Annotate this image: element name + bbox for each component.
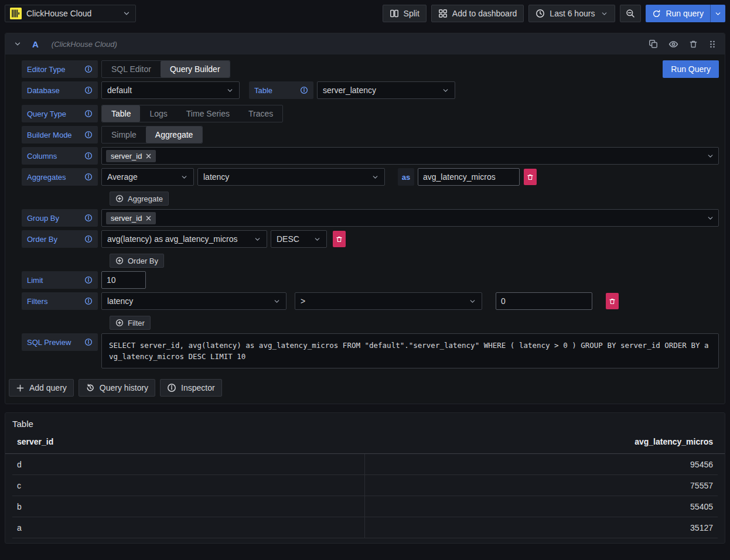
query-builder-option[interactable]: Query Builder (161, 61, 230, 77)
editor-type-row: Editor Type SQL Editor Query Builder Run… (22, 60, 719, 78)
database-select[interactable]: default (101, 81, 240, 99)
builder-mode-toggle: Simple Aggregate (101, 126, 203, 144)
query-ref-id[interactable]: A (32, 39, 39, 49)
run-query-split-button: Run query (646, 5, 725, 22)
info-icon[interactable] (300, 86, 308, 94)
panel-title: Table (5, 418, 725, 429)
datasource-picker[interactable]: ClickHouse Cloud (5, 5, 136, 22)
aggregate-function-select[interactable]: Average (101, 168, 194, 186)
table-header-row: server_id avg_latency_micros (5, 437, 725, 454)
info-icon[interactable] (84, 214, 93, 222)
query-type-table[interactable]: Table (102, 105, 140, 122)
clickhouse-logo-icon (10, 8, 22, 19)
database-label: Database (22, 81, 98, 99)
chevron-down-icon (221, 87, 234, 94)
query-row-header[interactable]: A (ClickHouse Cloud) (5, 33, 725, 54)
query-history-button[interactable]: Query history (79, 379, 155, 397)
run-query-options-button[interactable] (710, 5, 725, 22)
filter-operator-select[interactable]: > (295, 292, 482, 310)
results-table: server_id avg_latency_micros d 95456 c 7… (5, 437, 725, 538)
add-aggregate-button[interactable]: Aggregate (110, 192, 169, 206)
columns-row: Columns server_id (22, 147, 719, 165)
add-to-dashboard-button[interactable]: Add to dashboard (431, 5, 524, 22)
group-by-multiselect[interactable]: server_id (101, 209, 719, 227)
duplicate-query-icon[interactable] (649, 39, 658, 49)
query-type-traces[interactable]: Traces (239, 105, 282, 122)
table-row: c 75557 (12, 475, 718, 496)
columns-multiselect[interactable]: server_id (101, 147, 719, 165)
builder-mode-row: Builder Mode Simple Aggregate (22, 126, 719, 144)
remove-aggregate-button[interactable] (524, 169, 537, 185)
table-visualization-panel: Table server_id avg_latency_micros d 954… (5, 412, 725, 544)
filters-label: Filters (22, 292, 98, 310)
chevron-down-icon (268, 298, 281, 305)
column-header-server-id[interactable]: server_id (12, 437, 365, 453)
add-filter-button[interactable]: Filter (110, 316, 151, 330)
group-by-row: Group By server_id (22, 209, 719, 227)
chevron-down-icon (437, 87, 449, 94)
editor-type-label: Editor Type (22, 60, 98, 78)
order-by-field-select[interactable]: avg(latency) as avg_latency_micros (101, 230, 267, 248)
add-order-by-button[interactable]: Order By (110, 254, 164, 268)
sql-editor-option[interactable]: SQL Editor (102, 61, 161, 77)
remove-tag-icon[interactable] (146, 153, 151, 159)
aggregate-alias-input[interactable] (418, 168, 520, 186)
limit-input[interactable] (101, 271, 146, 289)
remove-order-by-button[interactable] (333, 231, 346, 247)
sql-preview-row: SQL Preview SELECT server_id, avg(latenc… (22, 333, 719, 368)
info-icon[interactable] (84, 297, 93, 305)
chevron-down-icon (714, 10, 722, 18)
limit-row: Limit (22, 271, 719, 289)
chevron-down-icon (707, 152, 714, 160)
split-button[interactable]: Split (383, 5, 427, 22)
editor-type-toggle: SQL Editor Query Builder (101, 60, 230, 78)
search-minus-icon (626, 9, 635, 18)
run-query-button[interactable]: Run query (646, 5, 710, 22)
sync-icon (652, 9, 661, 18)
info-icon[interactable] (84, 152, 93, 160)
query-type-time-series[interactable]: Time Series (177, 105, 239, 122)
circle-plus-icon (115, 257, 124, 265)
builder-mode-aggregate[interactable]: Aggregate (146, 127, 203, 143)
zoom-out-button[interactable] (620, 5, 641, 22)
info-icon[interactable] (84, 173, 93, 181)
info-icon[interactable] (84, 65, 93, 73)
explore-toolbar: ClickHouse Cloud Split Add to dashboard … (0, 0, 730, 27)
order-by-direction-select[interactable]: DESC (271, 230, 327, 248)
query-type-row: Query Type Table Logs Time Series Traces (22, 105, 719, 122)
info-icon[interactable] (84, 110, 93, 118)
run-query-inline-button[interactable]: Run Query (663, 60, 719, 78)
add-query-button[interactable]: Add query (9, 379, 74, 397)
remove-query-trash-icon[interactable] (689, 40, 698, 49)
sql-preview-label: SQL Preview (22, 333, 98, 351)
remove-tag-icon[interactable] (146, 216, 151, 221)
chevron-down-icon (176, 173, 188, 181)
column-header-avg-latency-micros[interactable]: avg_latency_micros (365, 437, 718, 453)
datasource-name: ClickHouse Cloud (26, 9, 91, 18)
info-icon[interactable] (84, 131, 93, 139)
info-circle-icon (167, 383, 176, 392)
info-icon[interactable] (84, 86, 93, 94)
filter-value-input[interactable] (496, 292, 592, 310)
inspector-button[interactable]: Inspector (160, 379, 222, 397)
table-row: d 95456 (12, 454, 718, 475)
clock-icon (535, 9, 545, 18)
chevron-down-icon (122, 9, 131, 18)
info-icon[interactable] (84, 276, 93, 284)
builder-mode-simple[interactable]: Simple (102, 127, 146, 143)
time-range-picker[interactable]: Last 6 hours (528, 5, 615, 22)
collapse-chevron-icon[interactable] (13, 40, 22, 48)
table-select[interactable]: server_latency (317, 81, 455, 99)
split-icon (390, 9, 399, 18)
info-icon[interactable] (84, 235, 93, 243)
hide-response-eye-icon[interactable] (668, 39, 678, 49)
drag-handle-icon[interactable] (708, 40, 717, 49)
aggregate-column-select[interactable]: latency (197, 168, 385, 186)
query-type-logs[interactable]: Logs (140, 105, 176, 122)
info-icon[interactable] (84, 338, 93, 346)
plus-icon (16, 384, 25, 392)
remove-filter-button[interactable] (606, 293, 619, 309)
filter-field-select[interactable]: latency (101, 292, 286, 310)
filters-row: Filters latency > (22, 292, 719, 310)
table-row: a 35127 (12, 517, 718, 538)
